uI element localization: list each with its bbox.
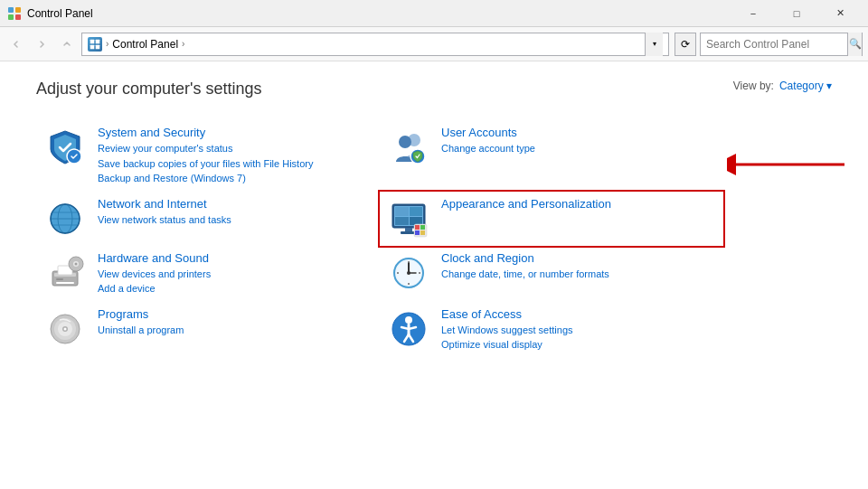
svg-point-10	[399, 136, 411, 148]
user-accounts-text: User Accounts Change account type	[441, 126, 716, 156]
svg-rect-23	[410, 217, 422, 225]
clock-region-text: Clock and Region Change date, time, or n…	[441, 251, 716, 282]
hardware-sound-text: Hardware and Sound View devices and prin…	[98, 251, 373, 296]
programs-sub1[interactable]: Uninstall a program	[98, 323, 373, 338]
svg-rect-2	[8, 14, 14, 20]
category-user-accounts: User Accounts Change account type	[380, 120, 723, 192]
svg-point-43	[407, 271, 410, 275]
svg-rect-30	[420, 230, 425, 235]
svg-rect-5	[96, 39, 100, 43]
svg-rect-7	[96, 44, 100, 49]
search-input[interactable]	[701, 38, 847, 51]
user-accounts-sub1[interactable]: Change account type	[441, 141, 716, 156]
viewby-row: View by: Category ▾	[733, 80, 832, 92]
category-hardware-sound: Hardware and Sound View devices and prin…	[36, 246, 380, 302]
app-icon	[7, 6, 22, 21]
appearance-text: Appearance and Personalization	[441, 197, 716, 212]
programs-text: Programs Uninstall a program	[98, 307, 373, 338]
system-security-sub1[interactable]: Review your computer's status	[98, 141, 373, 156]
user-accounts-icon	[387, 126, 430, 169]
window-controls: − □ ✕	[732, 0, 861, 27]
programs-title[interactable]: Programs	[98, 307, 373, 321]
system-security-sub3[interactable]: Backup and Restore (Windows 7)	[98, 171, 373, 186]
search-box: 🔍	[700, 33, 863, 56]
categories-grid: System and Security Review your computer…	[36, 120, 723, 358]
category-clock-region: Clock and Region Change date, time, or n…	[380, 246, 723, 302]
svg-rect-0	[8, 7, 14, 13]
network-internet-sub1[interactable]: View network status and tasks	[98, 212, 373, 228]
forward-button[interactable]	[31, 33, 52, 55]
maximize-button[interactable]: □	[776, 0, 817, 27]
network-internet-title[interactable]: Network and Internet	[98, 197, 373, 211]
viewby-label: View by:	[733, 80, 774, 92]
ease-of-access-text: Ease of Access Let Windows suggest setti…	[441, 307, 716, 353]
path-chevron2: ›	[182, 39, 184, 49]
svg-rect-29	[415, 230, 420, 235]
appearance-title[interactable]: Appearance and Personalization	[441, 197, 716, 211]
svg-rect-27	[415, 225, 420, 230]
category-network-internet: Network and Internet View network status…	[36, 192, 380, 246]
path-chevron: ›	[106, 39, 108, 49]
path-text: Control Panel	[112, 38, 178, 51]
user-accounts-title[interactable]: User Accounts	[441, 126, 716, 139]
svg-rect-6	[90, 44, 95, 49]
svg-rect-22	[395, 217, 409, 225]
category-ease-of-access: Ease of Access Let Windows suggest setti…	[380, 302, 723, 358]
svg-rect-20	[395, 207, 409, 216]
category-programs: Programs Uninstall a program	[36, 302, 380, 358]
arrow-annotation	[727, 148, 854, 183]
svg-point-52	[64, 327, 67, 330]
svg-rect-21	[410, 207, 422, 216]
up-button[interactable]	[56, 33, 78, 55]
category-appearance-personalization: Appearance and Personalization	[378, 190, 725, 248]
svg-rect-3	[15, 14, 21, 20]
hardware-sound-title[interactable]: Hardware and Sound	[98, 251, 373, 265]
clock-region-title[interactable]: Clock and Region	[441, 251, 716, 265]
clock-region-sub1[interactable]: Change date, time, or number formats	[441, 267, 716, 282]
programs-icon	[43, 307, 87, 351]
path-dropdown-button[interactable]: ▾	[645, 33, 663, 56]
close-button[interactable]: ✕	[819, 0, 861, 27]
category-system-security: System and Security Review your computer…	[36, 120, 380, 192]
path-icon	[88, 37, 102, 52]
hardware-sound-sub1[interactable]: View devices and printers	[98, 267, 373, 282]
network-internet-text: Network and Internet View network status…	[98, 197, 373, 228]
address-bar: › Control Panel › ▾ ⟳ 🔍	[0, 27, 868, 61]
ease-of-access-sub2[interactable]: Optimize visual display	[441, 337, 716, 353]
address-path[interactable]: › Control Panel › ▾	[81, 33, 669, 56]
hardware-sound-icon	[43, 251, 87, 295]
system-security-text: System and Security Review your computer…	[98, 126, 373, 186]
svg-point-38	[75, 262, 78, 265]
svg-rect-1	[15, 7, 21, 13]
window-title: Control Panel	[27, 7, 732, 20]
back-button[interactable]	[5, 33, 27, 55]
appearance-icon	[387, 197, 430, 240]
title-bar: Control Panel − □ ✕	[0, 0, 868, 27]
search-button[interactable]: 🔍	[847, 33, 862, 56]
viewby-dropdown-button[interactable]: Category ▾	[779, 80, 832, 92]
refresh-button[interactable]: ⟳	[675, 33, 696, 56]
ease-of-access-title[interactable]: Ease of Access	[441, 307, 716, 321]
ease-of-access-sub1[interactable]: Let Windows suggest settings	[441, 323, 716, 338]
ease-of-access-icon	[387, 307, 430, 351]
svg-point-54	[405, 316, 412, 324]
svg-rect-28	[420, 225, 425, 230]
system-security-title[interactable]: System and Security	[98, 126, 373, 139]
clock-region-icon	[387, 251, 430, 295]
main-content: Adjust your computer's settings	[0, 61, 868, 489]
system-security-icon	[43, 126, 87, 169]
minimize-button[interactable]: −	[732, 0, 774, 27]
hardware-sound-sub2[interactable]: Add a device	[98, 281, 373, 296]
system-security-sub2[interactable]: Save backup copies of your files with Fi…	[98, 156, 373, 172]
svg-rect-33	[56, 278, 63, 280]
network-internet-icon	[43, 197, 87, 240]
svg-rect-4	[90, 39, 95, 43]
page-title: Adjust your computer's settings	[36, 80, 832, 99]
svg-rect-34	[56, 282, 74, 284]
